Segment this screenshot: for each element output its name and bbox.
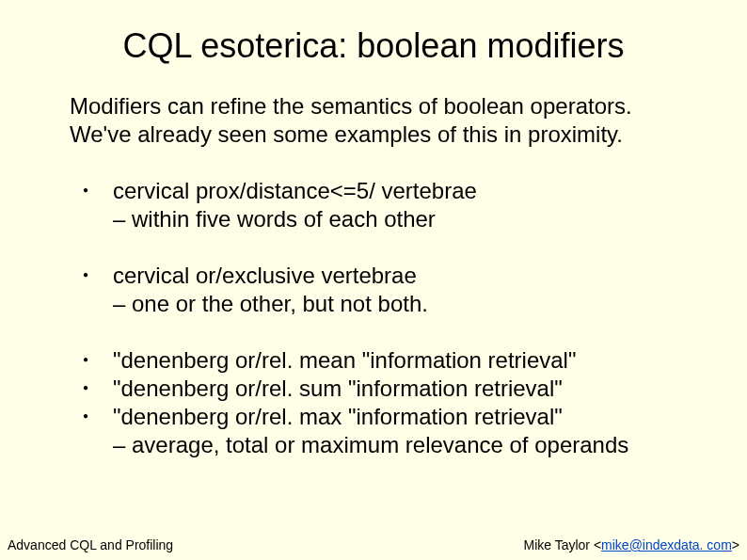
footer: Advanced CQL and Profiling Mike Taylor <… [8,537,739,552]
bullet-main: "denenberg or/rel. mean "information ret… [113,347,576,373]
intro-paragraph: Modifiers can refine the semantics of bo… [0,92,747,149]
bullet-main: cervical or/exclusive vertebrae [113,263,417,288]
list-item: "denenberg or/rel. mean "information ret… [75,346,709,375]
footer-author-prefix: Mike Taylor < [523,537,601,552]
list-item: cervical prox/distance<=5/ vertebrae– wi… [75,177,709,233]
footer-author-suffix: > [732,537,739,552]
footer-email-link[interactable]: mike@indexdata. com [601,537,732,552]
bullet-main: "denenberg or/rel. max "information retr… [113,404,563,429]
footer-left: Advanced CQL and Profiling [8,537,173,552]
bullet-main: cervical prox/distance<=5/ vertebrae [113,178,477,203]
bullet-sub: – average, total or maximum relevance of… [113,431,709,459]
bullet-sub: – within five words of each other [113,205,709,233]
bullet-main: "denenberg or/rel. sum "information retr… [113,376,563,401]
list-item: "denenberg or/rel. sum "information retr… [75,375,709,403]
bullet-sub: – one or the other, but not both. [113,290,709,318]
footer-right: Mike Taylor <mike@indexdata. com> [523,537,739,552]
list-item: "denenberg or/rel. max "information retr… [75,403,709,459]
slide-title: CQL esoterica: boolean modifiers [0,26,747,66]
bullet-list: cervical prox/distance<=5/ vertebrae– wi… [0,177,747,459]
list-item: cervical or/exclusive vertebrae– one or … [75,262,709,318]
slide: CQL esoterica: boolean modifiers Modifie… [0,0,747,560]
